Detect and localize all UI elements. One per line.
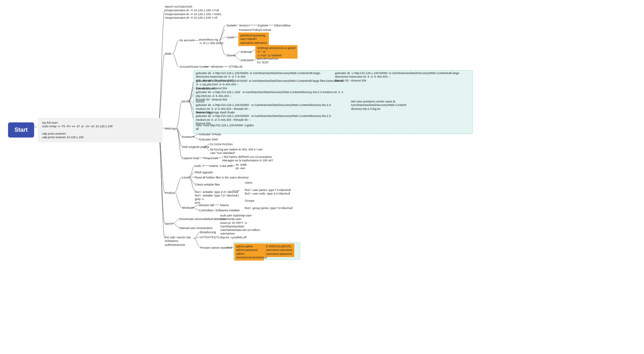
creds-especial: E SPECIALMENTE: username:username userna… (264, 244, 294, 257)
servizi-auth: Per tutti i servizi che richiedono authe… (165, 236, 202, 247)
fuzzing: fai fuzzing per vedere le 404, 403 e i v… (210, 148, 262, 155)
nmap-automator: NMAP AUTOMATOR: nmapAutomator.sh -H 10.1… (165, 5, 221, 20)
password-policy: Password Policy/Lockout (239, 28, 271, 32)
hidden-files: Read all hidden files in the users direc… (195, 176, 249, 179)
smbmap-box: smbmap anonymous & guest! -u '' -p '' -u… (255, 45, 298, 59)
privesc: PrivEsc (165, 191, 175, 195)
ss-ps: ss -antlp ps -aux (236, 163, 247, 170)
smtp: SMTP (165, 222, 173, 226)
dominio: Dominio? (182, 135, 194, 139)
shares: Shares (226, 54, 236, 57)
smbclient: smbclient (241, 59, 253, 62)
scan-box: tcp full scan: sudo nmap -n -T5 -Pn -vv … (38, 118, 163, 142)
gobuster-5: Senza e aggiunge slash finale: gobuster … (196, 111, 344, 125)
linux: Linux (182, 176, 189, 179)
system: System (226, 24, 236, 27)
users-groups: Users find / -user james -type f 2>/dev/… (245, 181, 292, 210)
http-ftp: HTTP,FTP,ETC (200, 236, 220, 239)
responses-302: i 302 hanno dell'html con cui possiamo i… (222, 155, 273, 163)
sudo: sudo -l (195, 164, 204, 168)
nikto: nikto -host http://10.129.1.109:50000 -C… (196, 124, 254, 131)
shell-upgrade: Shell upgrade (195, 171, 213, 174)
bruteforcing: Bruteforcing (200, 231, 216, 234)
webapp: WebApp (165, 127, 176, 130)
gobuster-vhosts: Gobuster VHosts (199, 133, 221, 136)
eternalblue: Ethernalblue (274, 24, 291, 27)
smb: SMB (165, 52, 171, 56)
version: Version? (239, 24, 250, 27)
gobuster-3: Con estensioni: gobuster dir -u http://1… (196, 87, 344, 101)
software: Controllare i Softwares installati (199, 209, 240, 212)
uname: uname -a && arch (209, 164, 233, 168)
vedi-sorgente: Vedi sorgente pagina (182, 145, 209, 149)
password-guessing-box: password guessing: user:<blank> username… (238, 33, 269, 46)
ogni-pagina: DI OGNI PAGINA (210, 143, 233, 146)
provare: Provare utenze standard (200, 246, 232, 250)
gobuster-4-right: Nel caso possiamo anche usare la /usr/sh… (351, 100, 409, 111)
important: IMPORTANT!!!!!! TO TEST (257, 57, 278, 65)
writable: Check writable files find / -writable -t… (195, 183, 240, 205)
gobuster-1-right: gobuster dir -u http://10.129.1.109:5000… (335, 72, 464, 82)
gobuster-dns: Gobuster DNS (199, 138, 218, 141)
smbmap: smbmap (241, 50, 252, 54)
capture-burp: Capture burp (182, 157, 199, 160)
tokens: Tokens (220, 204, 229, 207)
start-node[interactable]: Start (8, 122, 34, 138)
whoami: whoami /all (199, 204, 213, 207)
users: Users (226, 36, 234, 39)
must: MUST (182, 100, 190, 103)
enum4linux: enum4linux-ng -A -R (-r 500-2000) (199, 38, 223, 45)
manual-enum: Manual user enumeration (180, 226, 213, 230)
enum-default: Enumerate service/default accounts (180, 217, 226, 221)
windows: Windows (211, 65, 223, 69)
smtp-enum: sudo perl /opt/smtp-user-enum/smtp-user-… (220, 214, 262, 239)
exploits: Exploits (258, 24, 268, 27)
windows-priv: Windows (182, 206, 194, 210)
no-account: No account (179, 39, 194, 42)
ethblue: ETHBLUE (229, 65, 243, 69)
guest-access: Account/Guest Access (179, 65, 208, 69)
creds-standard: admin:admin admin:password admin: anonym… (234, 244, 264, 261)
responses: Responses (204, 157, 218, 160)
connector-layer (0, 0, 644, 354)
